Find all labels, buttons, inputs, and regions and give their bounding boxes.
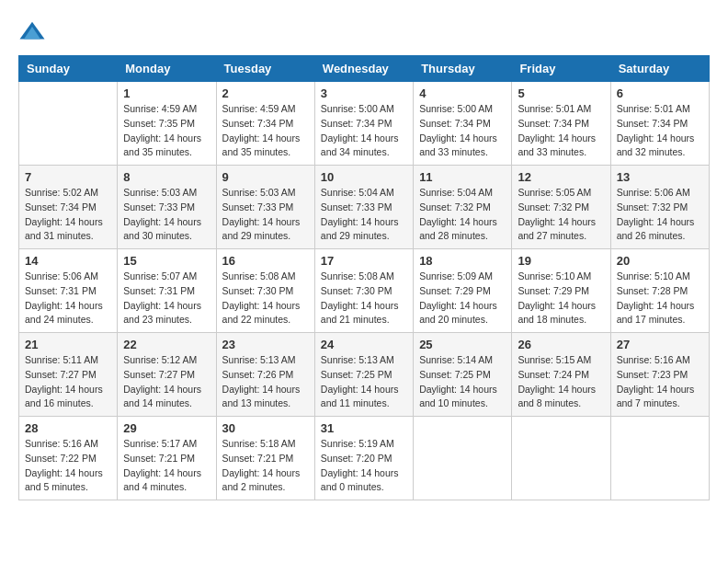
calendar-cell — [512, 417, 610, 500]
day-info: Sunrise: 5:10 AMSunset: 7:29 PMDaylight:… — [518, 270, 604, 327]
day-number: 31 — [321, 421, 407, 435]
calendar-cell: 8Sunrise: 5:03 AMSunset: 7:33 PMDaylight… — [118, 166, 216, 249]
day-number: 18 — [419, 254, 506, 268]
day-info: Sunrise: 5:02 AMSunset: 7:34 PMDaylight:… — [25, 186, 111, 244]
calendar-cell: 23Sunrise: 5:13 AMSunset: 7:26 PMDayligh… — [216, 333, 314, 417]
day-info: Sunrise: 5:16 AMSunset: 7:22 PMDaylight:… — [25, 437, 111, 495]
day-number: 29 — [123, 421, 210, 435]
calendar-cell — [414, 417, 512, 500]
header-sunday: Sunday — [19, 56, 118, 82]
day-number: 25 — [419, 338, 506, 351]
day-number: 14 — [25, 254, 111, 268]
calendar-cell: 11Sunrise: 5:04 AMSunset: 7:32 PMDayligh… — [414, 166, 512, 249]
day-info: Sunrise: 5:04 AMSunset: 7:32 PMDaylight:… — [419, 186, 506, 244]
calendar-cell: 14Sunrise: 5:06 AMSunset: 7:31 PMDayligh… — [19, 249, 118, 333]
calendar-cell: 19Sunrise: 5:10 AMSunset: 7:29 PMDayligh… — [512, 249, 610, 333]
day-info: Sunrise: 5:00 AMSunset: 7:34 PMDaylight:… — [419, 102, 506, 160]
header-wednesday: Wednesday — [314, 56, 413, 82]
calendar-cell: 22Sunrise: 5:12 AMSunset: 7:27 PMDayligh… — [118, 333, 216, 417]
day-number: 30 — [222, 421, 309, 435]
day-info: Sunrise: 5:13 AMSunset: 7:25 PMDaylight:… — [321, 353, 407, 411]
day-number: 17 — [321, 254, 407, 268]
calendar-cell — [610, 417, 709, 500]
calendar-cell: 31Sunrise: 5:19 AMSunset: 7:20 PMDayligh… — [314, 417, 413, 500]
calendar-cell: 30Sunrise: 5:18 AMSunset: 7:21 PMDayligh… — [216, 417, 314, 500]
day-info: Sunrise: 5:01 AMSunset: 7:34 PMDaylight:… — [617, 102, 703, 160]
day-number: 9 — [222, 170, 309, 184]
calendar-cell: 4Sunrise: 5:00 AMSunset: 7:34 PMDaylight… — [414, 82, 512, 166]
calendar-header-row: Sunday Monday Tuesday Wednesday Thursday… — [19, 56, 710, 82]
day-number: 5 — [518, 86, 604, 100]
day-number: 16 — [222, 254, 309, 268]
calendar-cell: 24Sunrise: 5:13 AMSunset: 7:25 PMDayligh… — [314, 333, 413, 417]
calendar-week-row: 1Sunrise: 4:59 AMSunset: 7:35 PMDaylight… — [19, 82, 710, 166]
calendar-cell: 2Sunrise: 4:59 AMSunset: 7:34 PMDaylight… — [216, 82, 314, 166]
day-info: Sunrise: 5:04 AMSunset: 7:33 PMDaylight:… — [321, 186, 407, 244]
day-number: 10 — [321, 170, 407, 184]
day-info: Sunrise: 5:17 AMSunset: 7:21 PMDaylight:… — [123, 437, 210, 495]
calendar-cell: 5Sunrise: 5:01 AMSunset: 7:34 PMDaylight… — [512, 82, 610, 166]
logo — [18, 18, 50, 46]
day-info: Sunrise: 5:14 AMSunset: 7:25 PMDaylight:… — [419, 353, 506, 411]
calendar-cell: 25Sunrise: 5:14 AMSunset: 7:25 PMDayligh… — [414, 333, 512, 417]
day-info: Sunrise: 5:03 AMSunset: 7:33 PMDaylight:… — [123, 186, 210, 244]
day-info: Sunrise: 5:06 AMSunset: 7:32 PMDaylight:… — [617, 186, 703, 244]
header-monday: Monday — [118, 56, 216, 82]
day-info: Sunrise: 5:08 AMSunset: 7:30 PMDaylight:… — [321, 270, 407, 327]
day-number: 23 — [222, 338, 309, 351]
day-info: Sunrise: 5:03 AMSunset: 7:33 PMDaylight:… — [222, 186, 309, 244]
day-number: 19 — [518, 254, 604, 268]
calendar-cell: 3Sunrise: 5:00 AMSunset: 7:34 PMDaylight… — [314, 82, 413, 166]
logo-icon — [18, 18, 46, 46]
day-number: 22 — [123, 338, 210, 351]
calendar-cell: 6Sunrise: 5:01 AMSunset: 7:34 PMDaylight… — [610, 82, 709, 166]
calendar-cell: 9Sunrise: 5:03 AMSunset: 7:33 PMDaylight… — [216, 166, 314, 249]
day-info: Sunrise: 5:11 AMSunset: 7:27 PMDaylight:… — [25, 353, 111, 411]
calendar-cell: 1Sunrise: 4:59 AMSunset: 7:35 PMDaylight… — [118, 82, 216, 166]
header-tuesday: Tuesday — [216, 56, 314, 82]
day-number: 12 — [518, 170, 604, 184]
day-number: 13 — [617, 170, 703, 184]
day-info: Sunrise: 5:05 AMSunset: 7:32 PMDaylight:… — [518, 186, 604, 244]
day-number: 8 — [123, 170, 210, 184]
day-number: 27 — [617, 338, 703, 351]
calendar-cell: 13Sunrise: 5:06 AMSunset: 7:32 PMDayligh… — [610, 166, 709, 249]
calendar-week-row: 14Sunrise: 5:06 AMSunset: 7:31 PMDayligh… — [19, 249, 710, 333]
calendar-cell: 20Sunrise: 5:10 AMSunset: 7:28 PMDayligh… — [610, 249, 709, 333]
day-info: Sunrise: 5:13 AMSunset: 7:26 PMDaylight:… — [222, 353, 309, 411]
calendar-cell: 10Sunrise: 5:04 AMSunset: 7:33 PMDayligh… — [314, 166, 413, 249]
day-info: Sunrise: 5:16 AMSunset: 7:23 PMDaylight:… — [617, 353, 703, 411]
calendar-cell: 18Sunrise: 5:09 AMSunset: 7:29 PMDayligh… — [414, 249, 512, 333]
day-number: 7 — [25, 170, 111, 184]
day-info: Sunrise: 5:06 AMSunset: 7:31 PMDaylight:… — [25, 270, 111, 327]
day-info: Sunrise: 5:09 AMSunset: 7:29 PMDaylight:… — [419, 270, 506, 327]
day-info: Sunrise: 5:08 AMSunset: 7:30 PMDaylight:… — [222, 270, 309, 327]
day-number: 1 — [123, 86, 210, 100]
calendar-cell: 7Sunrise: 5:02 AMSunset: 7:34 PMDaylight… — [19, 166, 118, 249]
calendar-cell: 28Sunrise: 5:16 AMSunset: 7:22 PMDayligh… — [19, 417, 118, 500]
calendar-cell — [19, 82, 118, 166]
day-number: 11 — [419, 170, 506, 184]
header-saturday: Saturday — [610, 56, 709, 82]
header-friday: Friday — [512, 56, 610, 82]
day-number: 20 — [617, 254, 703, 268]
day-info: Sunrise: 4:59 AMSunset: 7:34 PMDaylight:… — [222, 102, 309, 160]
calendar-cell: 15Sunrise: 5:07 AMSunset: 7:31 PMDayligh… — [118, 249, 216, 333]
day-info: Sunrise: 5:01 AMSunset: 7:34 PMDaylight:… — [518, 102, 604, 160]
day-info: Sunrise: 5:18 AMSunset: 7:21 PMDaylight:… — [222, 437, 309, 495]
day-number: 15 — [123, 254, 210, 268]
day-number: 24 — [321, 338, 407, 351]
day-info: Sunrise: 5:12 AMSunset: 7:27 PMDaylight:… — [123, 353, 210, 411]
calendar-table: Sunday Monday Tuesday Wednesday Thursday… — [18, 55, 710, 500]
calendar-week-row: 28Sunrise: 5:16 AMSunset: 7:22 PMDayligh… — [19, 417, 710, 500]
calendar-cell: 29Sunrise: 5:17 AMSunset: 7:21 PMDayligh… — [118, 417, 216, 500]
calendar-week-row: 7Sunrise: 5:02 AMSunset: 7:34 PMDaylight… — [19, 166, 710, 249]
day-info: Sunrise: 4:59 AMSunset: 7:35 PMDaylight:… — [123, 102, 210, 160]
calendar-cell: 16Sunrise: 5:08 AMSunset: 7:30 PMDayligh… — [216, 249, 314, 333]
page-header — [18, 18, 710, 46]
day-info: Sunrise: 5:15 AMSunset: 7:24 PMDaylight:… — [518, 353, 604, 411]
day-info: Sunrise: 5:07 AMSunset: 7:31 PMDaylight:… — [123, 270, 210, 327]
calendar-cell: 12Sunrise: 5:05 AMSunset: 7:32 PMDayligh… — [512, 166, 610, 249]
day-number: 28 — [25, 421, 111, 435]
calendar-cell: 21Sunrise: 5:11 AMSunset: 7:27 PMDayligh… — [19, 333, 118, 417]
